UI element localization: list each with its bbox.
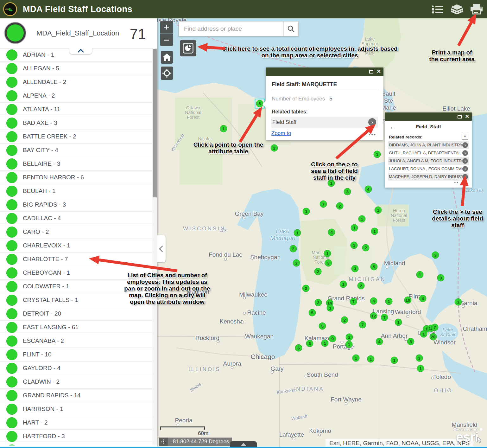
city-list-item[interactable]: EAST LANSING - 61 (0, 321, 152, 334)
city-list-item[interactable]: CRYSTAL FALLS - 1 (0, 293, 152, 307)
city-list-item[interactable]: HARTFORD - 3 (0, 430, 152, 443)
city-list-item[interactable]: BAY CITY - 4 (0, 144, 152, 157)
city-list-item[interactable]: ESCANABA - 2 (0, 334, 152, 348)
related-record[interactable]: DIDDAMS, JOHN A, PLANT INDUSTRY S...› (388, 141, 469, 149)
zoom-to-link[interactable]: Zoom to (271, 130, 291, 137)
popup-titlebar[interactable]: ✕ (385, 112, 472, 121)
map-marker[interactable]: 3 (351, 265, 359, 272)
popup-titlebar[interactable]: ✕ (266, 67, 383, 76)
collapse-list-tab[interactable] (69, 48, 92, 54)
chevron-right-icon[interactable]: › (368, 118, 376, 126)
legend-icon[interactable] (431, 3, 443, 15)
crosshair-icon[interactable] (159, 438, 168, 446)
home-button[interactable] (161, 51, 173, 64)
chevron-right-icon[interactable]: › (462, 142, 468, 148)
map-marker[interactable]: 5 (319, 323, 326, 330)
map-marker[interactable]: 1 (345, 341, 353, 348)
map-marker[interactable]: 1 (385, 298, 393, 305)
city-list-item[interactable]: ALPENA - 2 (0, 89, 152, 103)
city-list-item[interactable]: ALLENDALE - 2 (0, 75, 152, 89)
map-marker[interactable]: 2 (357, 282, 365, 290)
city-list-item[interactable] (0, 443, 152, 445)
chevron-right-icon[interactable]: › (462, 166, 468, 172)
map-marker[interactable]: 1 (420, 330, 427, 338)
map-marker[interactable]: 2 (346, 334, 353, 341)
map-marker[interactable]: 20 (430, 333, 437, 341)
sidebar-collapse-handle[interactable] (157, 235, 166, 262)
related-record[interactable]: GUTH, RACHAEL A, DEPARTMENTAL A...› (388, 149, 469, 157)
map-marker[interactable]: 2 (336, 202, 344, 210)
map-marker[interactable]: 1 (391, 357, 398, 364)
map-marker[interactable]: 1 (358, 215, 366, 223)
map-marker[interactable]: 2 (315, 299, 322, 306)
map-marker[interactable]: 1 (340, 281, 347, 288)
map-marker[interactable]: 1 (351, 242, 358, 249)
map-marker[interactable]: 7 (359, 321, 366, 329)
city-list-item[interactable]: CADILLAC - 4 (0, 212, 152, 225)
city-list-item[interactable]: HARRISON - 1 (0, 402, 152, 416)
search-button[interactable] (283, 22, 298, 36)
map-marker[interactable]: 1 (417, 365, 424, 372)
map-marker[interactable]: 4 (370, 298, 377, 305)
scrollbar-thumb[interactable] (153, 49, 157, 197)
more-options-icon[interactable]: ••• (369, 132, 376, 137)
city-list-item[interactable]: GAYLORD - 4 (0, 362, 152, 375)
city-list-item[interactable]: ALLEGAN - 5 (0, 62, 152, 75)
map-marker[interactable]: 1 (220, 125, 227, 132)
map-marker[interactable]: 1 (367, 355, 375, 363)
city-list-item[interactable]: COLDWATER - 1 (0, 280, 152, 293)
map-marker[interactable]: 1 (328, 180, 335, 187)
city-list-item[interactable]: HART - 2 (0, 416, 152, 430)
map-marker[interactable]: 1 (321, 340, 329, 347)
map-marker[interactable]: 6 (295, 344, 302, 352)
close-icon[interactable]: ✕ (377, 69, 381, 74)
employee-count-widget-button[interactable] (180, 40, 196, 56)
map-marker[interactable]: 1 (352, 355, 360, 362)
map-marker[interactable]: 4 (365, 186, 372, 193)
map-marker[interactable]: 1 (416, 271, 424, 278)
city-list-item[interactable]: CHARLEVOIX - 1 (0, 239, 152, 253)
dropdown-icon[interactable]: ▼ (462, 134, 468, 140)
map-marker[interactable]: 2 (314, 268, 322, 275)
map-marker[interactable]: 3 (325, 259, 332, 267)
zoom-in-button[interactable]: + (160, 21, 173, 34)
city-list-item[interactable]: BATTLE CREEK - 2 (0, 130, 152, 144)
city-list-item[interactable]: GLADWIN - 2 (0, 375, 152, 389)
city-list-item[interactable]: GRAND RAPIDS - 14 (0, 389, 152, 402)
map-marker[interactable]: 7 (431, 324, 439, 331)
map-marker[interactable]: 1 (375, 207, 382, 214)
map-marker[interactable]: 9 (329, 335, 336, 342)
city-list-item[interactable]: BIG RAPIDS - 3 (0, 198, 152, 212)
chevron-right-icon[interactable]: › (462, 174, 468, 180)
print-icon[interactable] (471, 3, 483, 15)
map-marker[interactable]: 2 (302, 285, 310, 292)
city-list-item[interactable]: BELLAIRE - 3 (0, 157, 152, 171)
city-list-item[interactable]: ATLANTA - 11 (0, 103, 152, 116)
map-marker[interactable]: 5 (370, 263, 378, 271)
city-list-item[interactable]: DETROIT - 20 (0, 307, 152, 321)
city-list-item[interactable]: BENTON HARBOR - 6 (0, 171, 152, 184)
map-marker[interactable]: 7 (320, 201, 327, 208)
map-marker[interactable]: 3 (306, 340, 313, 347)
map-marker[interactable]: 1 (374, 151, 381, 158)
map-marker[interactable]: 4 (328, 229, 335, 236)
related-record[interactable]: MACPHEE, JOSEPH D, DAIRY INDUSTRY...› (388, 173, 469, 181)
maximize-icon[interactable] (458, 115, 462, 118)
map-marker[interactable]: 1 (327, 304, 334, 312)
map-marker[interactable]: 4 (419, 295, 427, 302)
map-marker[interactable]: 3 (432, 252, 439, 259)
map-marker[interactable]: 3 (437, 274, 445, 282)
map-marker[interactable]: 1 (294, 229, 301, 237)
map-marker[interactable]: 7 (381, 314, 388, 321)
map-marker[interactable]: 2 (290, 245, 297, 253)
map-marker[interactable]: 8 (407, 338, 414, 345)
city-list-item[interactable]: FLINT - 10 (0, 348, 152, 362)
map-marker[interactable]: 5 (256, 100, 263, 107)
back-arrow-icon[interactable]: ← (389, 123, 396, 131)
city-list-item[interactable]: CARO - 2 (0, 225, 152, 239)
map-marker[interactable]: 2 (293, 259, 300, 267)
related-record[interactable]: JUHOLA, ANGELA M, FOOD INDUSTRY...› (388, 157, 469, 165)
map-marker[interactable]: 2 (362, 244, 370, 252)
map-marker[interactable]: 1 (324, 250, 331, 257)
map-marker[interactable]: 1 (303, 208, 310, 215)
